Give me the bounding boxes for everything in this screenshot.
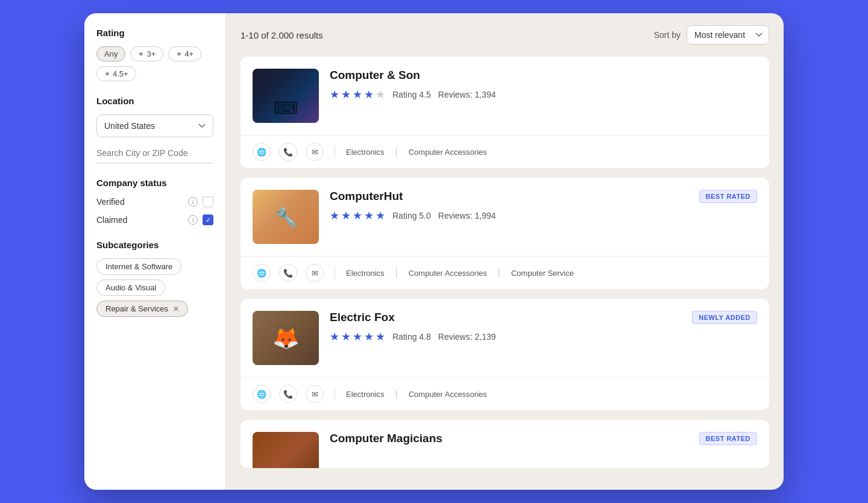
business-name: Computer Magicians (330, 432, 757, 445)
rating-45plus-label: 4.5+ (113, 69, 128, 78)
star-4: ★ (364, 88, 374, 101)
rating-pill-3plus[interactable]: ★ 3+ (130, 46, 163, 61)
rating-pill-45plus[interactable]: ★ 4.5+ (96, 66, 136, 81)
web-icon-button[interactable]: 🌐 (253, 385, 271, 403)
rating-row: ★ ★ ★ ★ ★ Rating 5.0 Reviews: 1,994 (330, 209, 757, 222)
web-icon-button[interactable]: 🌐 (253, 143, 271, 161)
status-claimed: Claimed i (96, 214, 213, 225)
reviews-text: Reviews: 1,994 (438, 211, 496, 220)
stars: ★ ★ ★ ★ ★ (330, 209, 385, 222)
city-zip-search-input[interactable] (96, 143, 213, 163)
subcat-internet-software[interactable]: Internet & Software (96, 258, 181, 275)
web-icon-button[interactable]: 🌐 (253, 264, 271, 282)
subcat-label: Internet & Software (105, 262, 172, 271)
reviews-text: Reviews: 2,139 (438, 332, 496, 342)
results-header: 1-10 of 2.000 results Sort by Most relev… (241, 25, 769, 45)
star-1: ★ (330, 330, 339, 343)
results-count: 1-10 of 2.000 results (241, 30, 323, 40)
claimed-info-icon[interactable]: i (188, 215, 198, 225)
company-status-title: Company status (96, 178, 213, 188)
subcat-repair-services[interactable]: Repair & Services ✕ (96, 301, 188, 317)
rating-pill-any[interactable]: Any (96, 46, 125, 61)
star-5: ★ (376, 88, 385, 101)
star-3: ★ (353, 209, 362, 222)
business-card: Computer & Son ★ ★ ★ ★ ★ Rating 4.5 Revi… (241, 57, 769, 168)
category-sep: | (395, 267, 398, 278)
star-3: ★ (353, 330, 362, 343)
rating-row: ★ ★ ★ ★ ★ Rating 4.5 Reviews: 1,394 (330, 88, 757, 101)
star-5: ★ (376, 209, 385, 222)
category-electronics: Electronics (346, 269, 385, 278)
category-electronics: Electronics (346, 390, 385, 399)
star-icon: ★ (104, 70, 110, 78)
category-computer-accessories: Computer Accessories (409, 269, 487, 278)
footer-divider (335, 388, 335, 400)
star-4: ★ (364, 330, 374, 343)
phone-icon-button[interactable]: 📞 (279, 385, 297, 403)
card-main: Computer & Son ★ ★ ★ ★ ★ Rating 4.5 Revi… (241, 57, 769, 135)
phone-icon-button[interactable]: 📞 (279, 143, 297, 161)
star-1: ★ (330, 88, 339, 101)
email-icon-button[interactable]: ✉ (306, 385, 324, 403)
main-content: 1-10 of 2.000 results Sort by Most relev… (226, 13, 784, 490)
category-electronics: Electronics (346, 148, 385, 157)
star-2: ★ (341, 209, 351, 222)
business-image (253, 432, 319, 468)
business-name: ComputerHut (330, 190, 757, 203)
category-computer-accessories: Computer Accessories (409, 390, 487, 399)
card-footer: 🌐 📞 ✉ Electronics | Computer Accessories (241, 377, 769, 410)
card-footer: 🌐 📞 ✉ Electronics | Computer Accessories (241, 135, 769, 168)
company-status-section: Company status Verified i Claimed i (96, 178, 213, 225)
claimed-label: Claimed (96, 215, 183, 225)
sidebar: Rating Any ★ 3+ ★ 4+ ★ 4.5+ (84, 13, 226, 490)
category-sep: | (498, 267, 500, 278)
rating-pill-4plus[interactable]: ★ 4+ (168, 46, 201, 61)
star-3: ★ (353, 88, 362, 101)
location-section: Location United States Canada United Kin… (96, 96, 213, 163)
sort-select[interactable]: Most relevant Highest rated Most reviewe… (687, 25, 769, 45)
rating-text: Rating 4.8 (392, 332, 431, 342)
reviews-text: Reviews: 1,394 (438, 90, 496, 99)
star-2: ★ (341, 88, 351, 101)
rating-text: Rating 5.0 (392, 211, 431, 220)
subcategory-pills: Internet & Software Audio & Visual Repai… (96, 258, 213, 317)
email-icon-button[interactable]: ✉ (306, 264, 324, 282)
verified-label: Verified (96, 197, 183, 207)
subcat-label: Repair & Services (105, 304, 168, 313)
subcategories-section: Subcategories Internet & Software Audio … (96, 240, 213, 317)
business-card: Computer Magicians BEST RATED (241, 420, 769, 468)
card-main: Electric Fox ★ ★ ★ ★ ★ Rating 4.8 Review… (241, 299, 769, 377)
stars: ★ ★ ★ ★ ★ (330, 330, 385, 343)
category-sep: | (395, 146, 398, 157)
remove-subcat-icon[interactable]: ✕ (173, 305, 179, 313)
star-4: ★ (364, 209, 374, 222)
category-computer-service: Computer Service (511, 269, 574, 278)
email-icon-button[interactable]: ✉ (306, 143, 324, 161)
star-1: ★ (330, 209, 339, 222)
star-icon: ★ (176, 50, 182, 58)
star-2: ★ (341, 330, 351, 343)
claimed-checkbox[interactable] (203, 214, 213, 225)
subcat-label: Audio & Visual (105, 283, 156, 292)
location-select[interactable]: United States Canada United Kingdom (96, 114, 213, 137)
subcat-audio-visual[interactable]: Audio & Visual (96, 280, 165, 296)
rating-text: Rating 4.5 (392, 90, 431, 99)
business-image (253, 69, 319, 123)
verified-info-icon[interactable]: i (188, 197, 198, 207)
verified-checkbox[interactable] (203, 196, 213, 207)
category-computer-accessories: Computer Accessories (409, 148, 487, 157)
card-main: Computer Magicians BEST RATED (241, 420, 769, 468)
card-info: ComputerHut ★ ★ ★ ★ ★ Rating 5.0 Reviews… (330, 190, 757, 222)
rating-pills: Any ★ 3+ ★ 4+ ★ 4.5+ (96, 46, 213, 81)
rating-title: Rating (96, 28, 213, 38)
card-footer: 🌐 📞 ✉ Electronics | Computer Accessories… (241, 256, 769, 289)
subcategories-title: Subcategories (96, 240, 213, 250)
app-container: Rating Any ★ 3+ ★ 4+ ★ 4.5+ (84, 13, 784, 490)
phone-icon-button[interactable]: 📞 (279, 264, 297, 282)
star-icon: ★ (138, 50, 144, 58)
business-image (253, 190, 319, 244)
rating-section: Rating Any ★ 3+ ★ 4+ ★ 4.5+ (96, 28, 213, 81)
best-rated-badge: BEST RATED (699, 432, 757, 445)
sort-row: Sort by Most relevant Highest rated Most… (654, 25, 769, 45)
category-sep: | (395, 389, 398, 399)
